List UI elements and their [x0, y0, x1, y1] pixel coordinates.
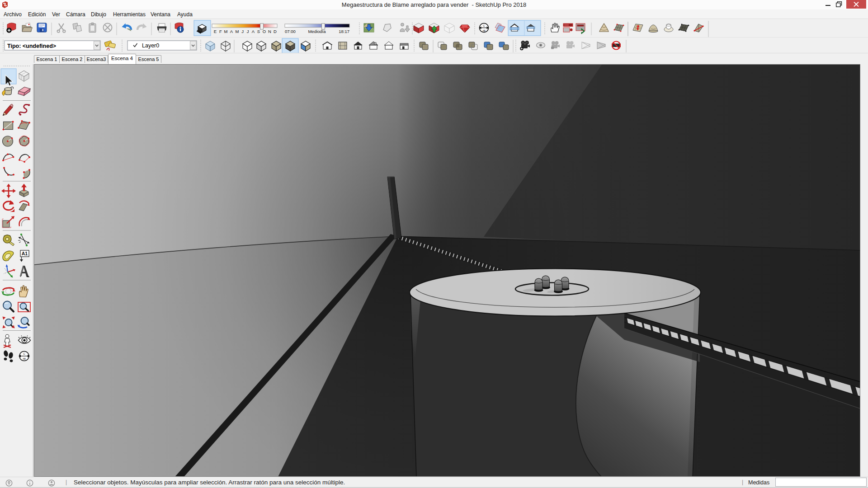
- svg-text:J: J: [241, 29, 244, 34]
- svg-text:J: J: [247, 29, 249, 34]
- svg-text:N: N: [268, 29, 271, 34]
- svg-text:D: D: [274, 29, 277, 34]
- svg-text:A: A: [230, 29, 233, 34]
- svg-text:A: A: [252, 29, 255, 34]
- svg-text:O: O: [263, 29, 266, 34]
- svg-text:18:17: 18:17: [339, 29, 349, 34]
- svg-text:A1: A1: [22, 251, 28, 256]
- svg-text:Mediodía: Mediodía: [308, 29, 326, 34]
- svg-text:C: C: [483, 24, 485, 27]
- svg-text:F: F: [219, 29, 222, 34]
- svg-text:M: M: [224, 29, 228, 34]
- svg-text:M: M: [236, 29, 239, 34]
- svg-text:Layer0: Layer0: [142, 42, 159, 49]
- svg-text:07:00: 07:00: [285, 29, 296, 34]
- svg-text:C: C: [23, 352, 25, 355]
- svg-text:AB: AB: [23, 357, 26, 360]
- svg-text:Tipo: <undefined>: Tipo: <undefined>: [7, 43, 56, 49]
- svg-text:AB: AB: [482, 29, 486, 32]
- svg-text:E: E: [214, 29, 217, 34]
- svg-text:S: S: [257, 29, 260, 34]
